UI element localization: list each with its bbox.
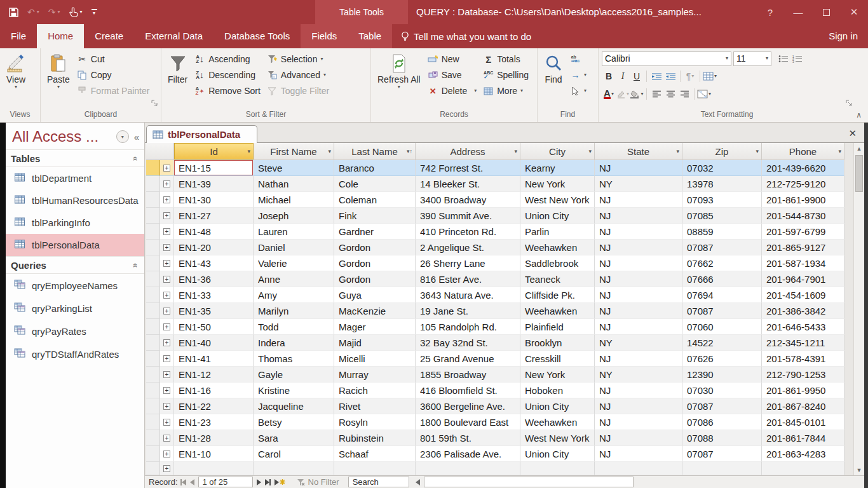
totals-button[interactable]: Σ Totals [480,51,531,67]
align-left-button[interactable] [649,87,663,101]
text-formatting-dialog-launcher[interactable] [845,98,853,107]
new-blank-record-button[interactable] [275,479,285,485]
cell-id[interactable]: EN1-40 [174,335,254,351]
cell-ad[interactable]: 416 Bloomfield St. [416,383,520,398]
help-button[interactable]: ? [756,0,784,24]
row-selector[interactable] [146,271,160,287]
column-header-last-name[interactable]: Last Name▾↑ [334,143,416,159]
cell-ad[interactable] [416,462,520,475]
cell-ad[interactable]: 26 Sherry Lane [416,255,520,271]
cell-fn[interactable]: Daniel [254,240,334,255]
cell-fn[interactable]: Joseph [254,208,334,224]
row-selector[interactable] [146,351,160,367]
highlight-color-button[interactable]: ▾ [616,87,630,101]
cell-st[interactable]: NJ [595,160,682,176]
cell-ln[interactable]: MacKenzie [334,303,416,319]
cell-ln[interactable]: Gordon [334,271,416,287]
close-document-icon[interactable]: ✕ [848,128,857,139]
cell-zi[interactable]: 07087 [682,303,762,319]
cell-ph[interactable]: 212-345-1211 [762,335,844,351]
cell-ci[interactable]: Cresskill [520,351,595,367]
sort-descending-button[interactable]: ZA↓ Descending [192,67,263,83]
indent-increase-button[interactable] [649,69,663,83]
cell-ci[interactable]: Union City [520,208,595,224]
collapse-ribbon-button[interactable]: ∧ [856,111,862,119]
toggle-filter-button[interactable]: Toggle Filter [264,83,332,98]
font-name-select[interactable]: Calibri▾ [602,51,731,66]
cell-id[interactable]: EN1-22 [174,398,254,414]
cell-id[interactable]: EN1-43 [174,255,254,271]
italic-button[interactable]: I [616,69,630,83]
cell-ci[interactable]: West New York [520,430,595,446]
nav-table-item[interactable]: tblDepartment [6,167,144,189]
advanced-filter-button[interactable]: Advanced ▾ [264,67,332,83]
cell-ci[interactable]: Plainfield [520,319,595,335]
more-button[interactable]: More ▾ [480,83,531,98]
first-record-button[interactable] [180,479,186,485]
row-selector[interactable] [146,430,160,446]
sort-ascending-button[interactable]: AZ↓ Ascending [192,51,263,67]
row-selector[interactable] [146,335,160,351]
expand-row-button[interactable]: + [160,271,174,287]
spelling-button[interactable]: ABC✓ Spelling [480,67,531,83]
goto-button[interactable]: → ▾ [567,67,589,83]
selection-button[interactable]: Selection ▾ [264,51,332,67]
row-selector[interactable] [146,224,160,240]
cell-fn[interactable]: Amy [254,287,334,303]
cell-ph[interactable]: 201-964-7901 [762,271,844,287]
cell-ci[interactable]: Parlin [520,224,595,240]
expand-row-button[interactable]: + [160,287,174,303]
cell-id[interactable]: EN1-30 [174,192,254,208]
row-selector[interactable] [146,303,160,319]
cell-ad[interactable]: 1855 Broadway [416,367,520,383]
cell-ad[interactable]: 410 Princeton Rd. [416,224,520,240]
scroll-up-icon[interactable]: ▲ [854,143,864,154]
delete-record-button[interactable]: ✕ Delete ▾ [425,83,479,98]
paragraph-direction-button[interactable]: ¶▾ [683,69,697,83]
cell-fn[interactable]: Sara [254,430,334,446]
cell-zi[interactable]: 07032 [682,160,762,176]
row-selector[interactable] [146,208,160,224]
cell-ph[interactable]: 201-861-9950 [762,383,844,398]
cell-st[interactable]: NJ [595,414,682,430]
cell-ln[interactable]: Rivet [334,398,416,414]
cell-zi[interactable] [682,462,762,475]
cell-st[interactable]: NJ [595,446,682,462]
cell-fn[interactable]: Carol [254,446,334,462]
document-tab[interactable]: tblPersonalData [146,125,257,143]
redo-button[interactable]: ↷ ▾ [48,7,60,17]
cell-ln[interactable]: Guya [334,287,416,303]
column-dropdown-icon[interactable]: ▾ [838,148,841,154]
cell-ad[interactable]: 32 Bay 32nd St. [416,335,520,351]
sign-in-link[interactable]: Sign in [829,24,858,48]
scroll-down-icon[interactable]: ▼ [854,464,864,475]
nav-query-item[interactable]: qryEmployeeNames [6,274,144,297]
cell-st[interactable]: NJ [595,255,682,271]
expand-row-button[interactable]: + [160,224,174,240]
cell-ad[interactable]: 3400 Broadway [416,192,520,208]
cut-button[interactable]: ✂ Cut [74,51,153,67]
cell-ph[interactable]: 201-578-4391 [762,351,844,367]
expand-row-button[interactable]: + [160,414,174,430]
column-dropdown-icon[interactable]: ▾ [756,148,759,154]
cell-ph[interactable]: 201-646-5433 [762,319,844,335]
cell-ad[interactable]: 2306 Palisade Ave. [416,446,520,462]
previous-record-button[interactable] [190,479,194,485]
expand-row-button[interactable]: + [160,351,174,367]
cell-ph[interactable] [762,462,844,475]
cell-zi[interactable]: 07694 [682,287,762,303]
paste-button[interactable]: Paste ▾ [44,50,73,109]
cell-ad[interactable]: 742 Forrest St. [416,160,520,176]
cell-st[interactable]: NJ [595,224,682,240]
cell-zi[interactable]: 07088 [682,430,762,446]
cell-ln[interactable]: Cole [334,176,416,192]
expand-row-button[interactable]: + [160,335,174,351]
cell-st[interactable]: NJ [595,208,682,224]
expand-row-button[interactable]: + [160,192,174,208]
cell-ln[interactable]: Racich [334,383,416,398]
expand-row-button[interactable]: + [160,446,174,462]
row-selector[interactable] [146,160,160,176]
column-header-id[interactable]: Id▾ [174,143,254,159]
vertical-scrollbar[interactable]: ▲ ▼ [853,143,864,475]
cell-ci[interactable]: Union City [520,398,595,414]
